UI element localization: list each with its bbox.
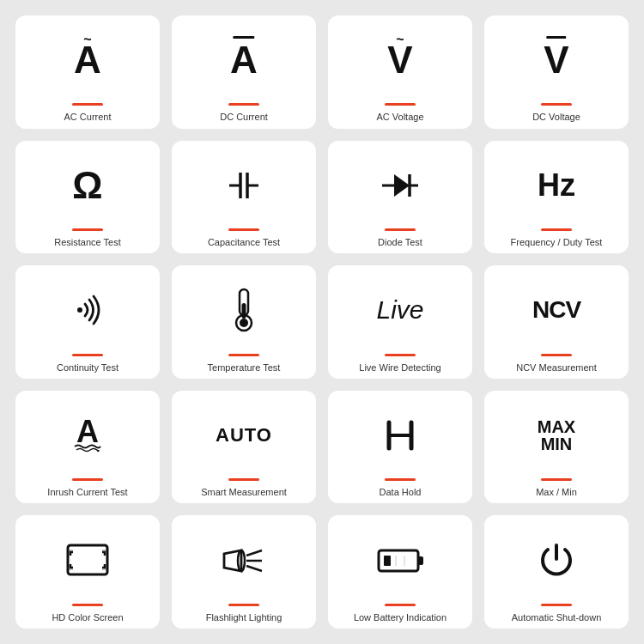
label-inrush: Inrush Current Test [46, 486, 129, 498]
red-line [228, 478, 259, 481]
red-line [72, 228, 103, 231]
red-line [385, 478, 416, 481]
card-resistance: Ω Resistance Test [15, 141, 160, 254]
icon-ncv: NCV [488, 272, 625, 348]
label-capacitance: Capacitance Test [206, 236, 282, 248]
card-auto: AUTO Smart Measurement [172, 391, 316, 504]
red-line [72, 103, 103, 106]
red-line [541, 228, 572, 231]
card-inrush: A Inrush Current Test [15, 391, 160, 504]
power-svg [534, 538, 579, 583]
datahold-svg [377, 412, 423, 459]
battery-svg [375, 542, 425, 580]
svg-text:A: A [76, 414, 99, 449]
red-line [541, 604, 572, 606]
label-ac-voltage: AC Voltage [374, 111, 425, 123]
card-hdscreen: HD Color Screen [15, 515, 160, 629]
icon-dc-current: A [175, 22, 313, 98]
icon-live-wire: Live [331, 272, 469, 348]
card-ac-voltage: ~ V AC Voltage [328, 15, 472, 129]
svg-rect-11 [242, 303, 246, 319]
icon-hdscreen [19, 522, 156, 598]
svg-line-21 [246, 550, 262, 556]
label-ac-current: AC Current [62, 111, 112, 123]
red-line [541, 354, 572, 356]
icon-temperature [175, 272, 313, 348]
label-flashlight: Flashlight Lighting [204, 611, 284, 623]
label-resistance: Resistance Test [52, 236, 122, 248]
label-dc-current: DC Current [218, 111, 270, 123]
label-live-wire: Live Wire Detecting [357, 361, 442, 374]
red-line [228, 354, 259, 356]
thermometer-svg [225, 286, 263, 334]
icon-frequency: Hz [488, 148, 625, 223]
icon-dc-voltage: V [488, 22, 625, 98]
capacitance-svg [221, 162, 267, 209]
icon-continuity [19, 272, 156, 348]
flashlight-svg [219, 538, 269, 583]
label-continuity: Continuity Test [55, 361, 120, 374]
card-ncv: NCV NCV Measurement [484, 265, 629, 379]
icon-ac-current: ~ A [19, 22, 156, 98]
red-line [385, 604, 416, 606]
diode-svg [377, 162, 423, 209]
continuity-svg [64, 287, 111, 333]
icon-maxmin: MAX MIN [488, 398, 625, 473]
svg-marker-5 [394, 174, 410, 197]
red-line [541, 478, 572, 481]
card-dc-voltage: V DC Voltage [484, 15, 629, 129]
icon-capacitance [175, 148, 313, 223]
svg-line-22 [246, 566, 262, 571]
icon-inrush: A [19, 398, 156, 473]
icon-shutdown [488, 522, 625, 598]
label-hdscreen: HD Color Screen [50, 611, 125, 623]
icon-flashlight [175, 522, 313, 598]
card-capacitance: Capacitance Test [172, 141, 316, 254]
card-flashlight: Flashlight Lighting [172, 515, 316, 629]
icon-ac-voltage: ~ V [331, 22, 469, 98]
card-dc-current: A DC Current [172, 15, 316, 129]
label-datahold: Data Hold [378, 486, 423, 498]
svg-point-8 [77, 307, 82, 313]
red-line [228, 604, 259, 606]
inrush-svg: A [64, 412, 111, 459]
feature-grid: ~ A AC Current A DC Current ~ V AC Volta… [0, 0, 644, 644]
red-line [541, 103, 572, 106]
red-line [72, 354, 103, 356]
icon-battery [331, 522, 469, 598]
icon-diode [331, 148, 469, 223]
card-maxmin: MAX MIN Max / Min [484, 391, 629, 504]
red-line [385, 354, 416, 356]
icon-resistance: Ω [19, 148, 156, 223]
card-continuity: Continuity Test [15, 265, 160, 379]
svg-rect-25 [384, 556, 391, 566]
label-shutdown: Automatic Shut-down [510, 611, 604, 623]
card-diode: Diode Test [328, 141, 472, 254]
card-shutdown: Automatic Shut-down [484, 515, 629, 629]
screen-svg [63, 540, 112, 581]
red-line [72, 478, 103, 481]
icon-datahold [331, 398, 469, 473]
red-line [385, 103, 416, 106]
red-line [228, 228, 259, 231]
label-battery: Low Battery Indication [352, 611, 448, 623]
label-diode: Diode Test [376, 236, 424, 248]
red-line [72, 604, 103, 606]
red-line [228, 103, 259, 106]
label-maxmin: Max / Min [534, 486, 579, 498]
label-dc-voltage: DC Voltage [531, 111, 582, 123]
svg-rect-17 [68, 545, 107, 574]
card-datahold: Data Hold [328, 391, 472, 504]
card-battery: Low Battery Indication [328, 515, 472, 629]
label-temperature: Temperature Test [206, 361, 283, 374]
card-live-wire: Live Live Wire Detecting [328, 265, 472, 379]
svg-point-12 [240, 319, 248, 327]
card-ac-current: ~ A AC Current [15, 15, 160, 129]
label-auto: Smart Measurement [199, 486, 289, 498]
card-temperature: Temperature Test [172, 265, 316, 379]
red-line [385, 228, 416, 231]
svg-rect-24 [418, 556, 423, 565]
icon-auto: AUTO [175, 398, 313, 473]
card-frequency: Hz Frequency / Duty Test [484, 141, 629, 254]
label-ncv: NCV Measurement [514, 361, 598, 374]
